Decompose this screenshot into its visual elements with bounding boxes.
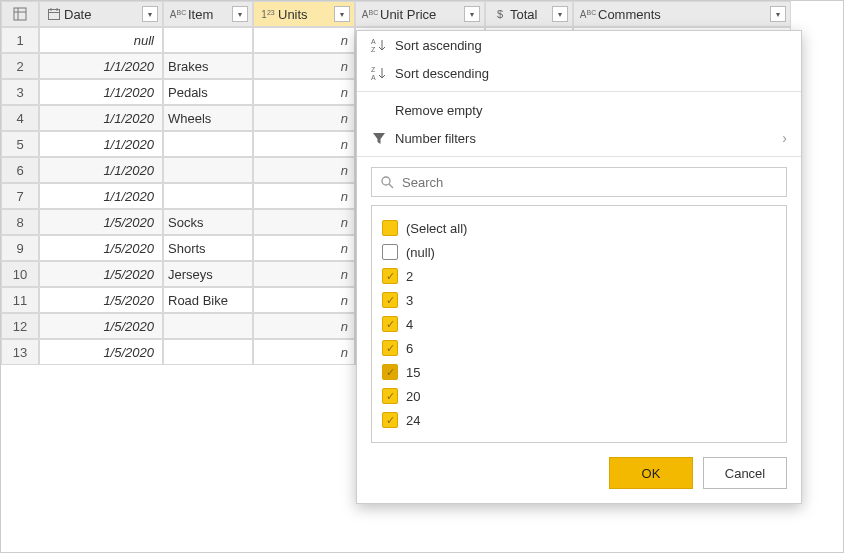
filter-value-label: 6 bbox=[406, 341, 413, 356]
checkbox-icon bbox=[382, 268, 398, 284]
filter-dropdown-button[interactable]: ▾ bbox=[142, 6, 158, 22]
search-input[interactable] bbox=[400, 174, 778, 191]
row-number: 1 bbox=[1, 27, 39, 53]
cell-item[interactable] bbox=[163, 183, 253, 209]
cell-units[interactable]: n bbox=[253, 313, 355, 339]
filter-dropdown-button[interactable]: ▾ bbox=[464, 6, 480, 22]
cell-date[interactable]: 1/5/2020 bbox=[39, 287, 163, 313]
checkbox-icon bbox=[382, 220, 398, 236]
filter-value[interactable]: 3 bbox=[382, 288, 776, 312]
sort-asc-icon: AZ bbox=[371, 37, 395, 53]
cell-item[interactable]: Shorts bbox=[163, 235, 253, 261]
svg-rect-0 bbox=[14, 8, 26, 20]
cell-units[interactable]: n bbox=[253, 287, 355, 313]
column-label: Date bbox=[64, 7, 142, 22]
filter-value[interactable]: 24 bbox=[382, 408, 776, 432]
row-number: 3 bbox=[1, 79, 39, 105]
cell-units[interactable]: n bbox=[253, 339, 355, 365]
cell-units[interactable]: n bbox=[253, 261, 355, 287]
cell-item[interactable] bbox=[163, 313, 253, 339]
column-label: Total bbox=[510, 7, 552, 22]
column-header-item[interactable]: ABC Item ▾ bbox=[163, 1, 253, 27]
row-number: 4 bbox=[1, 105, 39, 131]
ok-button[interactable]: OK bbox=[609, 457, 693, 489]
filter-value-label: 15 bbox=[406, 365, 420, 380]
cell-date[interactable]: 1/5/2020 bbox=[39, 339, 163, 365]
filter-dropdown-button[interactable]: ▾ bbox=[770, 6, 786, 22]
checkbox-icon bbox=[382, 316, 398, 332]
cell-date[interactable]: 1/5/2020 bbox=[39, 209, 163, 235]
svg-marker-13 bbox=[373, 133, 385, 144]
row-number: 2 bbox=[1, 53, 39, 79]
cell-units[interactable]: n bbox=[253, 131, 355, 157]
search-icon bbox=[380, 175, 394, 189]
column-header-total[interactable]: $ Total ▾ bbox=[485, 1, 573, 27]
cell-item[interactable]: Pedals bbox=[163, 79, 253, 105]
cell-item[interactable]: Brakes bbox=[163, 53, 253, 79]
menu-label: Remove empty bbox=[395, 103, 482, 118]
column-label: Comments bbox=[598, 7, 770, 22]
cell-item[interactable] bbox=[163, 131, 253, 157]
cancel-button[interactable]: Cancel bbox=[703, 457, 787, 489]
filter-select-all[interactable]: (Select all) bbox=[382, 216, 776, 240]
row-number: 6 bbox=[1, 157, 39, 183]
cell-date[interactable]: 1/5/2020 bbox=[39, 313, 163, 339]
filter-value[interactable]: 4 bbox=[382, 312, 776, 336]
row-number: 5 bbox=[1, 131, 39, 157]
filter-dropdown-button[interactable]: ▾ bbox=[334, 6, 350, 22]
cell-units[interactable]: n bbox=[253, 235, 355, 261]
cell-item[interactable] bbox=[163, 157, 253, 183]
cell-item[interactable]: Road Bike bbox=[163, 287, 253, 313]
filter-value-label: (null) bbox=[406, 245, 435, 260]
filter-value-label: (Select all) bbox=[406, 221, 467, 236]
checkbox-icon bbox=[382, 292, 398, 308]
menu-label: Number filters bbox=[395, 131, 476, 146]
cell-units[interactable]: n bbox=[253, 27, 355, 53]
text-type-icon: ABC bbox=[578, 9, 598, 20]
row-header-corner bbox=[1, 1, 39, 27]
cell-units[interactable]: n bbox=[253, 79, 355, 105]
remove-empty[interactable]: Remove empty bbox=[357, 96, 801, 124]
cell-item[interactable]: Socks bbox=[163, 209, 253, 235]
column-header-date[interactable]: Date ▾ bbox=[39, 1, 163, 27]
column-label: Units bbox=[278, 7, 334, 22]
cell-date[interactable]: 1/5/2020 bbox=[39, 235, 163, 261]
cell-date[interactable]: 1/1/2020 bbox=[39, 183, 163, 209]
cell-units[interactable]: n bbox=[253, 183, 355, 209]
cell-date[interactable]: 1/1/2020 bbox=[39, 105, 163, 131]
cell-date[interactable]: 1/5/2020 bbox=[39, 261, 163, 287]
row-number: 10 bbox=[1, 261, 39, 287]
cell-date[interactable]: 1/1/2020 bbox=[39, 131, 163, 157]
cell-date[interactable]: 1/1/2020 bbox=[39, 79, 163, 105]
cell-date[interactable]: 1/1/2020 bbox=[39, 53, 163, 79]
sort-ascending[interactable]: AZ Sort ascending bbox=[357, 31, 801, 59]
row-number: 7 bbox=[1, 183, 39, 209]
column-label: Unit Price bbox=[380, 7, 464, 22]
filter-dropdown-button[interactable]: ▾ bbox=[232, 6, 248, 22]
cell-date[interactable]: null bbox=[39, 27, 163, 53]
filter-value[interactable]: 6 bbox=[382, 336, 776, 360]
number-filters[interactable]: Number filters › bbox=[357, 124, 801, 152]
cell-units[interactable]: n bbox=[253, 157, 355, 183]
menu-separator bbox=[357, 156, 801, 157]
filter-value-null[interactable]: (null) bbox=[382, 240, 776, 264]
cell-units[interactable]: n bbox=[253, 105, 355, 131]
filter-value[interactable]: 2 bbox=[382, 264, 776, 288]
cell-item[interactable]: Wheels bbox=[163, 105, 253, 131]
checkbox-icon bbox=[382, 244, 398, 260]
sort-descending[interactable]: ZA Sort descending bbox=[357, 59, 801, 87]
cell-date[interactable]: 1/1/2020 bbox=[39, 157, 163, 183]
svg-line-15 bbox=[389, 184, 393, 188]
cell-item[interactable] bbox=[163, 339, 253, 365]
cell-item[interactable] bbox=[163, 27, 253, 53]
column-header-units[interactable]: 123 Units ▾ bbox=[253, 1, 355, 27]
column-header-comments[interactable]: ABC Comments ▾ bbox=[573, 1, 791, 27]
cell-item[interactable]: Jerseys bbox=[163, 261, 253, 287]
cell-units[interactable]: n bbox=[253, 53, 355, 79]
filter-value[interactable]: 20 bbox=[382, 384, 776, 408]
cell-units[interactable]: n bbox=[253, 209, 355, 235]
column-header-unit-price[interactable]: ABC Unit Price ▾ bbox=[355, 1, 485, 27]
menu-label: Sort descending bbox=[395, 66, 489, 81]
filter-dropdown-button[interactable]: ▾ bbox=[552, 6, 568, 22]
filter-value[interactable]: 15 bbox=[382, 360, 776, 384]
